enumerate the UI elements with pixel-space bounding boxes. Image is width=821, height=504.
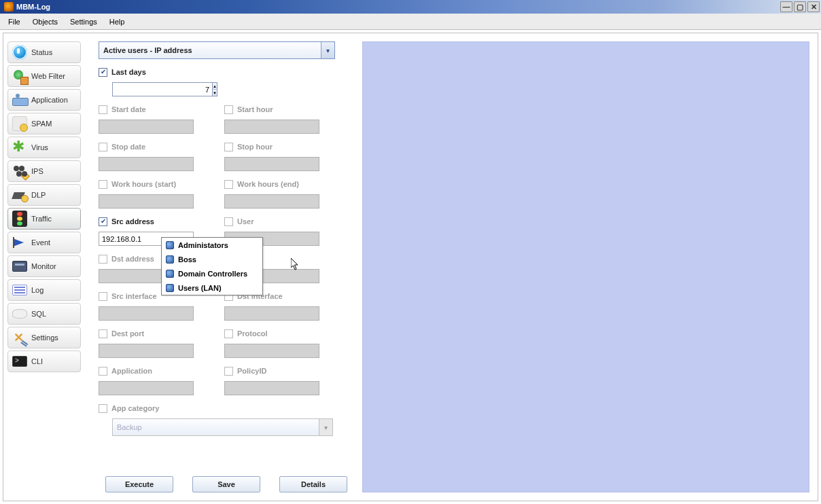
menubar: File Objects Settings Help (0, 14, 821, 30)
dest-port-input (99, 344, 194, 358)
group-option[interactable]: Boss (162, 252, 262, 266)
stop-hour-checkbox[interactable] (224, 143, 233, 151)
stop-date-input (99, 157, 194, 171)
close-button[interactable]: ✕ (807, 1, 820, 12)
application-input (99, 381, 194, 395)
src-address-checkbox[interactable] (99, 217, 107, 226)
policyid-input (224, 381, 319, 395)
protocol-label: Protocol (237, 329, 268, 338)
last-days-row: Last days (99, 66, 224, 78)
menu-file[interactable]: File (3, 15, 27, 29)
group-icon (166, 255, 174, 264)
cli-icon (10, 353, 29, 370)
group-dropdown-popup: Administators Boss Domain Controllers Us… (161, 237, 263, 295)
status-icon (10, 43, 29, 61)
group-option-label: Boss (178, 255, 196, 264)
start-date-checkbox[interactable] (99, 105, 107, 114)
sidebar-item-spam[interactable]: SPAM (7, 113, 81, 134)
sidebar: Status Web Filter Application SPAM Virus… (3, 33, 85, 501)
sidebar-item-label: Settings (31, 334, 58, 342)
spinner-up-icon[interactable]: ▲ (213, 83, 217, 90)
save-button[interactable]: Save (192, 476, 260, 492)
sidebar-item-status[interactable]: Status (7, 41, 81, 63)
stop-hour-input (224, 157, 319, 171)
group-option-label: Domain Controllers (178, 270, 247, 278)
sidebar-item-sql[interactable]: SQL (7, 303, 81, 325)
sidebar-item-label: IPS (31, 167, 43, 175)
button-row: Execute Save Details (99, 456, 350, 492)
last-days-input[interactable] (112, 82, 213, 96)
src-interface-label: Src interface (111, 292, 157, 300)
user-checkbox[interactable] (224, 217, 233, 226)
start-hour-row: Start hour (224, 103, 350, 115)
dst-address-checkbox[interactable] (99, 255, 107, 264)
app-category-checkbox[interactable] (99, 404, 107, 413)
sidebar-item-label: Monitor (31, 262, 56, 270)
sidebar-item-traffic[interactable]: Traffic (7, 208, 81, 230)
work-hours-end-label: Work hours (end) (237, 180, 299, 188)
last-days-checkbox[interactable] (99, 68, 107, 77)
minimize-button[interactable]: — (780, 1, 792, 12)
dest-port-label: Dest port (111, 329, 144, 338)
sidebar-item-monitor[interactable]: Monitor (7, 255, 81, 277)
work-hours-end-input (224, 194, 319, 209)
sidebar-item-cli[interactable]: CLI (7, 350, 81, 372)
sidebar-item-settings[interactable]: Settings (7, 327, 81, 348)
spinner-buttons[interactable]: ▲▼ (213, 82, 217, 96)
workspace: Status Web Filter Application SPAM Virus… (0, 30, 821, 504)
group-option[interactable]: Domain Controllers (162, 266, 262, 281)
start-date-row: Start date (99, 103, 224, 115)
window-title: MBM-Log (16, 3, 50, 11)
group-option-label: Administators (178, 241, 228, 249)
group-option[interactable]: Users (LAN) (162, 281, 262, 295)
sql-icon (10, 305, 29, 323)
window-buttons: — ▢ ✕ (779, 1, 820, 12)
start-hour-input (224, 120, 319, 134)
sidebar-item-virus[interactable]: Virus (7, 137, 81, 158)
sidebar-item-application[interactable]: Application (7, 89, 81, 111)
start-hour-checkbox[interactable] (224, 105, 233, 114)
group-option[interactable]: Administators (162, 238, 262, 252)
stop-date-checkbox[interactable] (99, 143, 107, 151)
dest-port-checkbox[interactable] (99, 329, 107, 338)
sidebar-item-ips[interactable]: IPS (7, 160, 81, 182)
start-date-input (99, 120, 194, 134)
work-hours-start-label: Work hours (start) (111, 180, 176, 188)
maximize-button[interactable]: ▢ (794, 1, 806, 12)
report-type-combo[interactable]: Active users - IP address (99, 41, 335, 59)
start-date-label: Start date (111, 105, 146, 113)
dropdown-icon (319, 419, 332, 435)
settings-icon (10, 329, 29, 346)
sidebar-item-webfilter[interactable]: Web Filter (7, 65, 81, 87)
traffic-icon (10, 210, 29, 228)
last-days-spinner[interactable]: ▲▼ (112, 82, 204, 96)
sidebar-item-event[interactable]: Event (7, 232, 81, 253)
webfilter-icon (10, 67, 29, 85)
sidebar-item-log[interactable]: Log (7, 279, 81, 301)
menu-objects[interactable]: Objects (27, 15, 65, 29)
src-interface-checkbox[interactable] (99, 292, 107, 301)
src-address-label: Src address (111, 217, 154, 226)
sidebar-item-dlp[interactable]: DLP (7, 184, 81, 206)
group-icon (166, 284, 174, 292)
sidebar-item-label: Application (31, 96, 68, 104)
dropdown-icon[interactable] (321, 42, 334, 58)
group-icon (166, 270, 174, 278)
app-category-value: Backup (113, 419, 319, 435)
application-checkbox[interactable] (99, 367, 107, 376)
group-icon (166, 241, 174, 249)
details-button[interactable]: Details (279, 476, 347, 492)
policyid-label: PolicyID (237, 367, 266, 375)
content-frame: Status Web Filter Application SPAM Virus… (3, 33, 818, 501)
execute-button[interactable]: Execute (105, 476, 173, 492)
menu-help[interactable]: Help (104, 15, 132, 29)
sidebar-item-label: Status (31, 48, 52, 56)
app-category-combo: Backup (112, 418, 333, 436)
protocol-checkbox[interactable] (224, 329, 233, 338)
last-days-label: Last days (111, 68, 146, 76)
work-hours-start-checkbox[interactable] (99, 180, 107, 189)
menu-settings[interactable]: Settings (65, 15, 104, 29)
work-hours-end-checkbox[interactable] (224, 180, 233, 189)
spinner-down-icon[interactable]: ▼ (213, 90, 217, 96)
policyid-checkbox[interactable] (224, 367, 233, 376)
